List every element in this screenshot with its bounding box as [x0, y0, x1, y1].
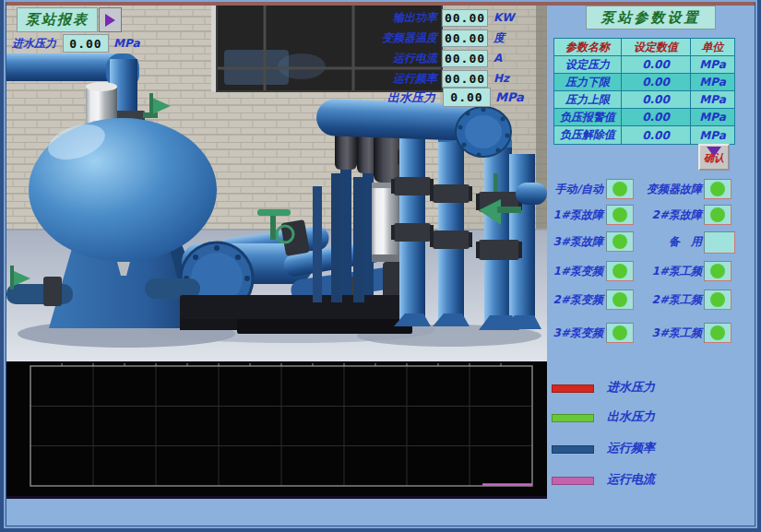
- status-row: 1#泵变频 1#泵工频: [547, 261, 755, 283]
- confirm-button-label: 确认: [704, 153, 724, 163]
- outlet-pressure-value: 0.00: [443, 88, 491, 107]
- legend-swatch: [552, 445, 594, 454]
- status-label: 1#泵故障: [547, 207, 603, 223]
- settings-table-header: 参数名称 设定数值 单位: [554, 39, 734, 56]
- settings-header-name: 参数名称: [554, 39, 622, 56]
- status-indicator-box: [606, 290, 634, 310]
- status-indicator-lamp: [612, 292, 627, 307]
- inlet-pressure-value: 0.00: [63, 34, 109, 53]
- settings-table: 参数名称 设定数值 单位 设定压力 0.00 MPa 压力下限 0.00 MPa…: [553, 38, 735, 145]
- status-label: 3#泵故障: [547, 234, 603, 250]
- status-row: 3#泵故障 备 用: [547, 231, 755, 254]
- status-indicator-lamp: [612, 207, 627, 222]
- outlet-pressure-group: 出水压力 0.00 MPa: [387, 88, 524, 107]
- status-row: 2#泵变频 2#泵工频: [547, 290, 755, 312]
- settings-row-value[interactable]: 0.00: [622, 91, 691, 109]
- settings-row-name: 压力下限: [554, 74, 622, 91]
- status-label: 2#泵工频: [636, 292, 702, 308]
- legend-label: 出水压力: [607, 408, 655, 425]
- settings-row-name: 负压报警值: [554, 109, 622, 126]
- settings-row-unit: MPa: [691, 126, 734, 144]
- status-indicator-box: [606, 205, 634, 225]
- settings-header-unit: 单位: [691, 39, 734, 56]
- settings-row: 设定压力 0.00 MPa: [554, 56, 734, 74]
- status-indicator-lamp: [710, 207, 725, 222]
- play-icon: [105, 14, 115, 27]
- settings-row-unit: MPa: [691, 56, 734, 74]
- readout-label: 运行频率: [376, 71, 437, 87]
- trend-chart: [6, 361, 547, 499]
- report-arrow-button[interactable]: [99, 7, 122, 32]
- settings-row: 压力上限 0.00 MPa: [554, 91, 734, 109]
- readout-unit: Hz: [493, 72, 521, 85]
- report-group: 泵站报表: [17, 7, 122, 32]
- settings-row-name: 负压解除值: [554, 126, 622, 144]
- readout-value: 00.00: [442, 70, 488, 88]
- settings-panel-title: 泵站参数设置: [586, 6, 716, 30]
- legend-swatch: [552, 414, 594, 422]
- settings-row-value[interactable]: 0.00: [622, 56, 691, 74]
- readout-row: 变频器温度 00.00 度: [376, 28, 521, 48]
- settings-row-value[interactable]: 0.00: [622, 126, 691, 144]
- legend-label: 运行电流: [607, 471, 655, 488]
- legend-swatch: [552, 477, 594, 485]
- status-indicator-box: [704, 179, 731, 199]
- status-indicator-lamp: [612, 325, 627, 340]
- spare-indicator-box: [704, 231, 735, 254]
- trend-chart-graphic: [6, 361, 547, 499]
- settings-row: 负压解除值 0.00 MPa: [554, 126, 734, 144]
- legend-label: 运行频率: [607, 440, 655, 456]
- outlet-pressure-label: 出水压力: [387, 89, 441, 106]
- status-indicator-box: [704, 290, 731, 310]
- status-indicator-lamp: [710, 325, 725, 340]
- report-button[interactable]: 泵站报表: [17, 7, 98, 32]
- status-indicator-lamp: [612, 264, 627, 278]
- status-row: 3#泵变频 3#泵工频: [547, 323, 755, 345]
- status-label: 2#泵故障: [636, 207, 702, 223]
- legend-label: 进水压力: [607, 379, 655, 396]
- readout-label: 运行电流: [376, 51, 437, 66]
- status-label: 备 用: [636, 234, 702, 250]
- status-label: 变频器故障: [636, 182, 702, 197]
- pump-station-hmi: 泵站报表 进水压力 0.00 MPa 输出功率 00.00 KW 变频器温度 0…: [0, 0, 761, 532]
- settings-row: 负压报警值 0.00 MPa: [554, 109, 734, 126]
- status-label: 1#泵工频: [636, 264, 702, 279]
- inlet-pressure-label: 进水压力: [12, 36, 63, 52]
- settings-row-value[interactable]: 0.00: [622, 74, 691, 91]
- inlet-pressure-unit: MPa: [113, 37, 164, 50]
- status-label: 2#泵变频: [547, 292, 603, 308]
- settings-row-name: 压力上限: [554, 91, 622, 109]
- status-indicator-box: [606, 231, 634, 252]
- readout-row: 运行频率 00.00 Hz: [376, 68, 521, 89]
- readout-row: 输出功率 00.00 KW: [376, 7, 521, 28]
- outlet-pressure-unit: MPa: [495, 90, 524, 104]
- status-indicator-lamp: [710, 182, 725, 196]
- status-indicator-box: [704, 205, 731, 225]
- confirm-button[interactable]: 确认: [698, 144, 730, 171]
- status-label: 手动/自动: [547, 182, 603, 197]
- status-indicator-box: [704, 323, 731, 343]
- readout-label: 输出功率: [376, 10, 437, 26]
- settings-row-unit: MPa: [691, 109, 734, 126]
- settings-row-unit: MPa: [691, 74, 734, 91]
- inlet-pressure-group: 进水压力 0.00 MPa: [12, 34, 164, 53]
- legend-swatch: [552, 384, 594, 393]
- settings-row-unit: MPa: [691, 91, 734, 109]
- status-indicator-box: [606, 323, 634, 343]
- status-indicator-box: [704, 261, 731, 281]
- readout-value: 00.00: [442, 9, 488, 27]
- status-row: 手动/自动 变频器故障: [547, 179, 755, 201]
- readout-value: 00.00: [442, 30, 488, 47]
- settings-row-value[interactable]: 0.00: [622, 109, 691, 126]
- readout-unit: KW: [493, 11, 521, 24]
- status-row: 1#泵故障 2#泵故障: [547, 205, 755, 227]
- settings-row-name: 设定压力: [554, 56, 622, 74]
- status-label: 1#泵变频: [547, 264, 603, 279]
- status-indicator-lamp: [612, 234, 627, 249]
- readout-unit: A: [493, 52, 521, 65]
- readout-label: 变频器温度: [376, 30, 437, 46]
- status-indicator-box: [606, 261, 634, 281]
- status-label: 3#泵变频: [547, 325, 603, 341]
- status-indicator-box: [606, 179, 634, 199]
- readout-unit: 度: [493, 30, 521, 46]
